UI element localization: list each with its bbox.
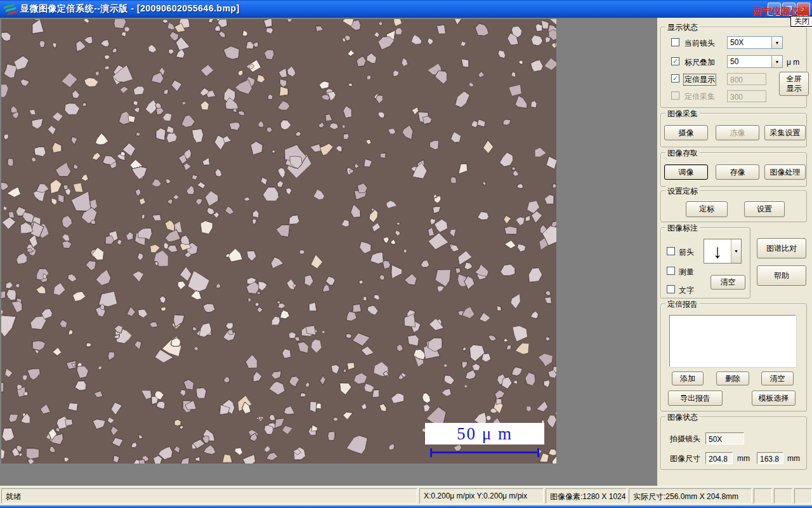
chevron-down-icon[interactable]: ▼: [731, 239, 741, 263]
chevron-down-icon[interactable]: ▼: [771, 37, 782, 48]
ruler-unit-label: μ m: [787, 58, 799, 67]
report-listbox[interactable]: [669, 315, 796, 367]
arrow-checkbox-label: 箭头: [679, 247, 694, 258]
minimize-icon: _: [772, 7, 776, 14]
close-button[interactable]: ✕: [797, 3, 810, 16]
save-image-button[interactable]: 存像: [716, 164, 759, 180]
restore-icon: ❐: [786, 6, 792, 13]
current-lens-label: 当前镜头: [684, 38, 715, 49]
group-image-storage: 图像存取 调像 存像 图像处理: [660, 152, 807, 187]
window-bottom-border: [0, 505, 812, 508]
group-image-annotation: 图像标注 ✓ 箭头 ✓ 测量 ✓ 文字 ↓ ▼ 清空: [660, 227, 750, 298]
group-set-calibration: 设置定标 定标 设置: [660, 190, 807, 222]
group-report-title: 定倍报告: [665, 299, 700, 310]
capture-settings-button[interactable]: 采集设置: [764, 125, 806, 140]
app-window: 显微图像定倍系统--演示版 - [20090602055646.bmp] 西宁仪…: [0, 0, 812, 508]
freeze-button: 冻像: [716, 125, 759, 140]
image-width-unit: mm: [737, 454, 750, 463]
measure-checkbox[interactable]: ✓: [667, 267, 675, 275]
group-image-status-title: 图像状态: [665, 412, 700, 423]
minimize-button[interactable]: _: [768, 3, 781, 16]
status-actual-size: 实际尺寸:256.0mm X 204.8mm: [629, 488, 752, 504]
current-lens-checkbox[interactable]: ✓: [671, 38, 679, 46]
status-bar: 就绪 X:0.200μ m/pix Y:0.200μ m/pix 图像像素:12…: [0, 486, 812, 505]
capture-button[interactable]: 摄像: [664, 125, 708, 140]
group-image-capture: 图像采集 摄像 冻像 采集设置: [660, 113, 807, 147]
report-delete-button[interactable]: 删除: [716, 371, 749, 385]
group-display-status-title: 显示状态: [665, 22, 700, 33]
scale-bar-text: 50 μ m: [457, 424, 513, 444]
fullscreen-button[interactable]: 全屏 显示: [779, 72, 809, 96]
arrow-style-combobox[interactable]: ↓ ▼: [704, 239, 742, 264]
status-spare-1: [754, 488, 772, 504]
load-image-button[interactable]: 调像: [664, 164, 708, 180]
fixed-display-checkbox[interactable]: ✓: [671, 74, 679, 83]
window-title: 显微图像定倍系统--演示版 - [20090602055646.bmp]: [20, 3, 240, 15]
close-icon: ✕: [800, 6, 806, 13]
shoot-lens-label: 拍摄镜头: [670, 434, 700, 444]
report-clear-button[interactable]: 清空: [761, 371, 794, 385]
fixed-display-label[interactable]: 定倍显示: [683, 74, 716, 86]
image-processing-button[interactable]: 图像处理: [764, 164, 806, 180]
scale-bar-label-box: 50 μ m: [425, 423, 544, 444]
group-display-status: 显示状态 ✓ 当前镜头 50X ▼ ✓ 标尺叠加 50 ▼ μ m ✓ 定倍显示…: [660, 27, 807, 108]
settings-button[interactable]: 设置: [744, 201, 785, 217]
text-checkbox[interactable]: ✓: [667, 285, 675, 293]
atlas-compare-button[interactable]: 图谱比对: [757, 238, 806, 258]
down-arrow-icon: ↓: [704, 239, 731, 263]
status-spare-3: [794, 488, 812, 504]
group-report: 定倍报告 添加 删除 清空 导出报告 模板选择: [660, 304, 807, 411]
micrograph-image[interactable]: 50 μ m: [1, 19, 556, 464]
control-panel: 显示状态 ✓ 当前镜头 50X ▼ ✓ 标尺叠加 50 ▼ μ m ✓ 定倍显示…: [657, 18, 812, 486]
group-image-storage-title: 图像存取: [665, 148, 700, 159]
scale-bar-line: [430, 448, 539, 457]
status-ready: 就绪: [1, 488, 417, 504]
current-lens-combobox[interactable]: 50X ▼: [727, 36, 783, 49]
image-height-field[interactable]: [757, 452, 783, 464]
export-report-button[interactable]: 导出报告: [668, 391, 723, 406]
calibrate-button[interactable]: 定标: [686, 201, 728, 217]
arrow-checkbox[interactable]: ✓: [667, 247, 675, 255]
help-button[interactable]: 帮助: [757, 265, 806, 286]
text-checkbox-label: 文字: [679, 285, 694, 296]
fixed-capture-checkbox: ✓: [671, 91, 679, 100]
status-image-pixels: 图像像素:1280 X 1024: [546, 488, 627, 504]
measure-checkbox-label: 测量: [679, 267, 694, 277]
close-tooltip: 关闭: [790, 16, 812, 27]
micrograph-canvas[interactable]: [1, 19, 556, 464]
app-logo-icon: [4, 3, 16, 15]
group-set-calibration-title: 设置定标: [665, 186, 700, 197]
image-height-unit: mm: [787, 454, 800, 463]
image-size-label: 图像尺寸: [670, 453, 700, 464]
restore-button[interactable]: ❐: [782, 3, 796, 16]
fixed-display-field: [727, 73, 766, 85]
fixed-capture-label: 定倍采集: [684, 91, 715, 102]
ruler-overlay-label: 标尺叠加: [684, 57, 715, 68]
ruler-value-combobox[interactable]: 50 ▼: [727, 55, 783, 68]
template-select-button[interactable]: 模板选择: [752, 391, 796, 406]
group-image-annotation-title: 图像标注: [665, 223, 700, 234]
image-width-field[interactable]: [705, 452, 733, 464]
fixed-capture-field: [727, 90, 766, 102]
group-image-status: 图像状态 拍摄镜头 图像尺寸 mm mm: [660, 417, 807, 470]
chevron-down-icon[interactable]: ▼: [771, 56, 782, 67]
client-area: 50 μ m 显示状态 ✓ 当前镜头 50X ▼ ✓ 标尺叠加 50 ▼: [0, 18, 812, 486]
shoot-lens-field[interactable]: [705, 432, 744, 444]
annotation-clear-button[interactable]: 清空: [710, 275, 745, 290]
status-resolution: X:0.200μ m/pix Y:0.200μ m/pix: [419, 488, 544, 504]
status-spare-2: [774, 488, 792, 504]
group-image-capture-title: 图像采集: [665, 109, 700, 119]
ruler-overlay-checkbox[interactable]: ✓: [671, 57, 679, 65]
report-add-button[interactable]: 添加: [672, 371, 704, 385]
title-bar: 显微图像定倍系统--演示版 - [20090602055646.bmp] 西宁仪…: [0, 0, 812, 18]
